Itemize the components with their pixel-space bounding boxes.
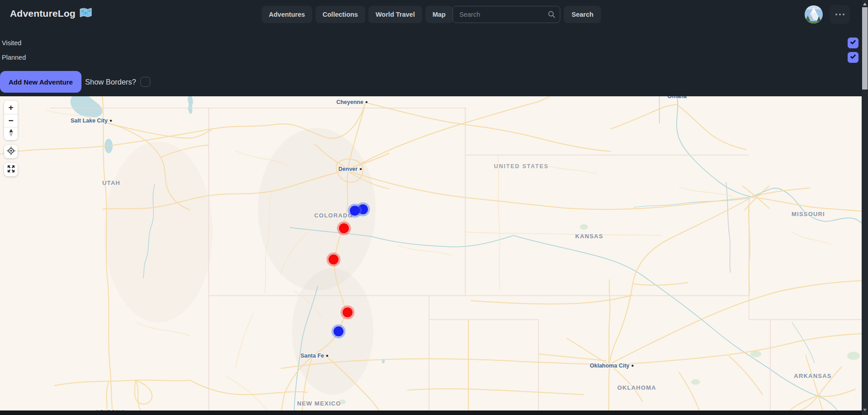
adventure-marker-planned[interactable]: [334, 326, 343, 336]
state-label: ARKANSAS: [794, 373, 831, 379]
scrollbar-thumb[interactable]: [862, 7, 868, 90]
world-map-emoji-icon: [80, 8, 92, 19]
actions-row: Add New Adventure Show Borders?: [0, 71, 150, 93]
scrollbar-up-arrow-icon[interactable]: [863, 3, 867, 5]
search-button[interactable]: Search: [564, 6, 601, 23]
state-label: COLORADO: [314, 212, 353, 219]
map-canvas[interactable]: UNITED STATESUTAHCOLORADOKANSASMISSOURIN…: [0, 96, 862, 410]
search-input[interactable]: [453, 6, 560, 23]
app-logo[interactable]: AdventureLog: [10, 8, 92, 19]
add-new-adventure-button[interactable]: Add New Adventure: [0, 71, 81, 93]
state-label: UTAH: [102, 179, 120, 186]
city-label: Omaha: [668, 96, 687, 99]
adventure-marker-visited[interactable]: [339, 223, 349, 233]
city-label: Cheyenne: [336, 99, 363, 105]
map-zoom-controls: + −: [4, 101, 18, 140]
map-base-layer: UNITED STATESUTAHCOLORADOKANSASMISSOURIN…: [0, 96, 862, 410]
city-dot-icon: [360, 168, 362, 170]
nav-links: Adventures Collections World Travel Map: [262, 6, 453, 23]
adventure-marker-visited[interactable]: [329, 255, 339, 264]
nav-adventures[interactable]: Adventures: [262, 6, 312, 23]
checkmark-icon: [850, 53, 856, 61]
geolocate-icon: [6, 146, 16, 157]
state-label: KANSAS: [575, 233, 603, 240]
city-label: Santa Fe: [300, 353, 324, 359]
city-label: Salt Lake City: [71, 118, 108, 124]
country-label: UNITED STATES: [494, 163, 549, 170]
city-dot-icon: [110, 120, 112, 122]
checkmark-icon: [850, 39, 856, 47]
mountain-landscape-avatar-icon: [805, 17, 823, 24]
scrollbar-down-arrow-icon[interactable]: [863, 409, 867, 411]
user-avatar[interactable]: [805, 5, 823, 24]
show-borders-label: Show Borders?: [85, 78, 136, 86]
zoom-out-button[interactable]: −: [4, 114, 18, 127]
state-label: ARIZONA: [95, 409, 126, 410]
adventure-marker-visited[interactable]: [343, 307, 353, 317]
ellipsis-icon: [835, 14, 844, 15]
visited-filter-row: Visited: [0, 36, 862, 50]
planned-filter-row: Planned: [0, 51, 862, 64]
visited-checkbox[interactable]: [848, 38, 858, 48]
fullscreen-button[interactable]: [4, 163, 18, 176]
search-box: [453, 6, 560, 23]
nav-collections[interactable]: Collections: [315, 6, 365, 23]
page-scrollbar[interactable]: [862, 0, 868, 415]
planned-label: Planned: [2, 54, 26, 61]
geolocate-button[interactable]: [4, 145, 18, 158]
search-icon: [548, 10, 556, 19]
overflow-menu-button[interactable]: [830, 5, 850, 24]
city-dot-icon: [631, 365, 634, 367]
navbar: AdventureLog Adventures Collections Worl…: [0, 0, 868, 29]
show-borders-checkbox[interactable]: [140, 77, 150, 87]
nav-map[interactable]: Map: [425, 6, 453, 23]
nav-world-travel[interactable]: World Travel: [368, 6, 422, 23]
city-dot-icon: [366, 101, 368, 104]
fullscreen-icon: [6, 164, 16, 175]
compass-reset-bearing-button[interactable]: [4, 127, 18, 140]
city-label: Oklahoma City: [590, 363, 630, 369]
planned-checkbox[interactable]: [848, 52, 858, 63]
city-label: Denver: [339, 166, 358, 172]
state-label: NEW MEXICO: [297, 400, 341, 407]
adventure-marker-planned[interactable]: [350, 206, 360, 216]
zoom-in-button[interactable]: +: [4, 101, 18, 114]
state-label: OKLAHOMA: [617, 384, 656, 391]
visited-label: Visited: [2, 39, 21, 47]
state-label: MISSOURI: [792, 211, 825, 217]
top-panel: AdventureLog Adventures Collections Worl…: [0, 0, 868, 96]
app-title: AdventureLog: [10, 8, 76, 19]
compass-icon: [8, 128, 14, 140]
city-dot-icon: [326, 355, 329, 357]
